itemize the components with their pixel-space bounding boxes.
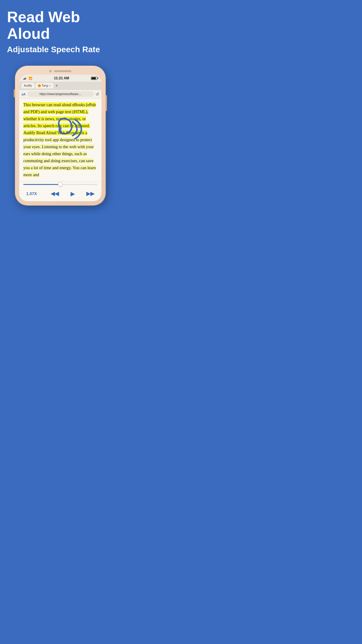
progress-fill — [23, 184, 60, 185]
progress-area — [19, 181, 101, 189]
text-size-button[interactable]: aA — [22, 92, 26, 96]
controls-bar: 1.07X ◀◀ ▶ ▶▶ — [19, 189, 101, 201]
tab-tang[interactable]: Tang ✕ — [36, 83, 54, 88]
forward-button[interactable]: ▶▶ — [86, 190, 94, 197]
content-area: This browser can read aloud eBooks (ePub… — [19, 99, 101, 181]
refresh-icon[interactable]: ↺ — [96, 92, 99, 97]
phone-body: 📶 11:21 AM Audify Tang ✕ — [15, 66, 106, 205]
url-field[interactable]: https://www.tangerinesoftware.... — [27, 91, 94, 97]
phone-mockup: 📶 11:21 AM Audify Tang ✕ — [15, 66, 106, 205]
main-title: Read Web Aloud — [7, 9, 114, 42]
speaker-grille — [54, 70, 71, 72]
header-section: Read Web Aloud Adjustable Speech Rate — [0, 0, 121, 63]
phone-screen: 📶 11:21 AM Audify Tang ✕ — [19, 75, 101, 201]
signal-icon — [23, 77, 27, 80]
signal-bar-2 — [24, 78, 25, 80]
progress-thumb[interactable] — [58, 182, 63, 187]
url-bar: aA https://www.tangerinesoftware.... ↺ — [19, 90, 101, 99]
wifi-icon: 📶 — [29, 77, 32, 80]
tab-tang-label: Tang — [42, 84, 48, 87]
subtitle: Adjustable Speech Rate — [7, 45, 114, 54]
signal-bar-1 — [23, 79, 24, 80]
status-time: 11:21 AM — [54, 76, 69, 80]
rewind-button[interactable]: ◀◀ — [51, 190, 59, 197]
dimmed-text-1: productivity tool app designed to protec… — [23, 137, 96, 177]
signal-bar-3 — [25, 78, 26, 80]
tab-audify-label: Audify — [24, 84, 32, 87]
tab-close-icon[interactable]: ✕ — [49, 84, 51, 87]
tab-bar: Audify Tang ✕ + — [19, 82, 101, 90]
front-camera — [49, 70, 52, 72]
article-text: This browser can read aloud eBooks (ePub… — [23, 102, 97, 178]
play-button[interactable]: ▶ — [71, 190, 75, 197]
battery-fill — [92, 77, 96, 79]
battery-icon — [91, 77, 97, 80]
tab-add-icon[interactable]: + — [55, 83, 58, 88]
tab-favicon — [38, 84, 41, 87]
tab-audify[interactable]: Audify — [22, 83, 34, 88]
status-left: 📶 — [23, 77, 32, 80]
progress-track[interactable] — [23, 184, 97, 185]
signal-bar-4 — [26, 77, 27, 80]
phone-notch — [19, 70, 101, 72]
speed-label[interactable]: 1.07X — [26, 191, 39, 196]
status-right — [91, 77, 97, 80]
status-bar: 📶 11:21 AM — [19, 75, 101, 82]
